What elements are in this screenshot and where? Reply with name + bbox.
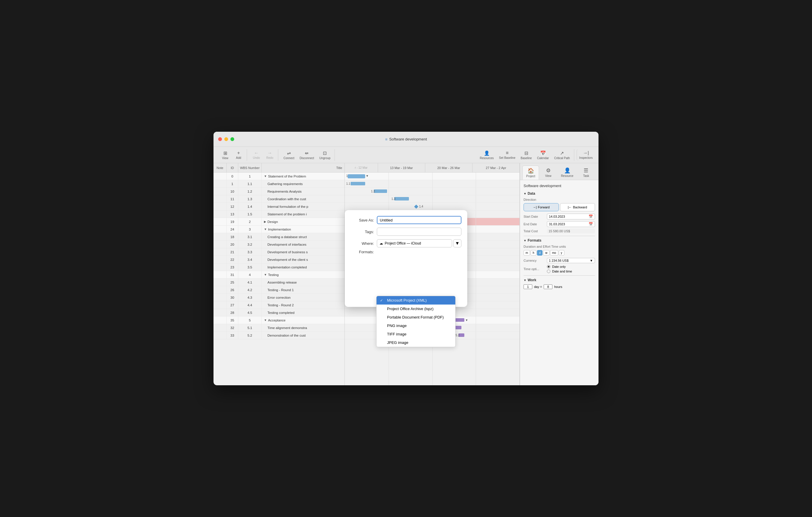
format-option-jpeg[interactable]: JPEG image <box>377 338 455 347</box>
icloud-icon: ☁ <box>379 241 383 245</box>
tags-label: Tags: <box>351 230 374 234</box>
where-row: Where: ☁ Project Office — iCloud ▼ <box>351 239 461 247</box>
where-label: Where: <box>351 241 374 246</box>
formats-label: Formats: <box>351 249 374 254</box>
format-option-png[interactable]: PNG image <box>377 322 455 330</box>
save-as-label: Save As: <box>351 218 374 222</box>
save-as-row: Save As: <box>351 216 461 224</box>
format-dropdown: ✓ Microsoft Project (XML) Project Office… <box>376 296 456 347</box>
where-dropdown-button[interactable]: ▼ <box>453 239 461 247</box>
main-window: ≡ Software development ⊞ View + Add ← Un… <box>213 132 599 385</box>
formats-row: Formats: ✓ Microsoft Project (XML) Proje… <box>351 249 461 301</box>
check-icon: ✓ <box>380 298 385 303</box>
dialog-overlay: Save As: Tags: Where: ☁ Project Office —… <box>213 132 599 385</box>
format-option-lspz[interactable]: Project Office Archive (lspz) <box>377 305 455 313</box>
format-option-pdf[interactable]: Portable Document Format (PDF) <box>377 313 455 322</box>
format-option-tiff[interactable]: TIFF image <box>377 330 455 338</box>
tags-row: Tags: <box>351 227 461 236</box>
filename-input[interactable] <box>377 216 461 224</box>
tags-input[interactable] <box>377 227 461 236</box>
save-dialog: Save As: Tags: Where: ☁ Project Office —… <box>345 210 467 307</box>
format-option-xml[interactable]: ✓ Microsoft Project (XML) <box>377 296 455 305</box>
where-select[interactable]: ☁ Project Office — iCloud <box>377 239 452 247</box>
